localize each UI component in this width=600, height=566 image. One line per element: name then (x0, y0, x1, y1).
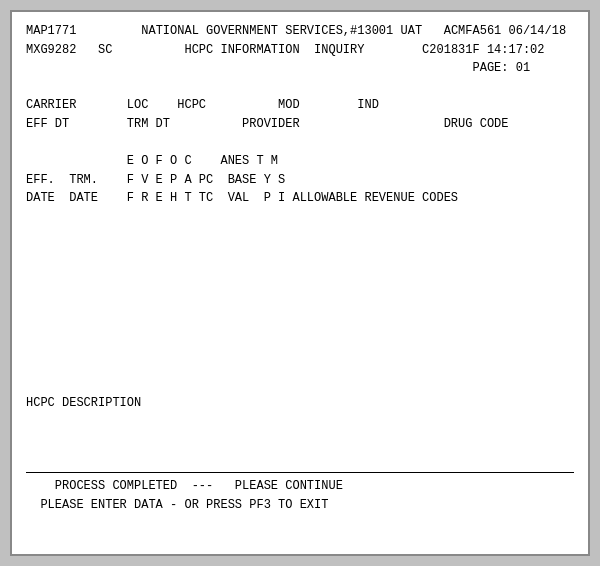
blank-line11 (26, 357, 574, 376)
blank-line14 (26, 431, 574, 450)
subheader-row2: EFF. TRM. F V E P A PC BASE Y S (26, 171, 574, 190)
blank-line15 (26, 450, 574, 469)
blank-line4 (26, 227, 574, 246)
blank-line10 (26, 338, 574, 357)
blank-line5 (26, 245, 574, 264)
col-header-row2: EFF DT TRM DT PROVIDER DRUG CODE (26, 115, 574, 134)
hcpc-description-label: HCPC DESCRIPTION (26, 394, 574, 413)
blank-line1 (26, 78, 574, 97)
blank-line7 (26, 282, 574, 301)
blank-line13 (26, 412, 574, 431)
subheader-row1: E O F O C ANES T M (26, 152, 574, 171)
header-line1: MAP1771 NATIONAL GOVERNMENT SERVICES,#13… (26, 22, 574, 41)
col-header-row1: CARRIER LOC HCPC MOD IND (26, 96, 574, 115)
session-code: C201831F 14:17:02 (422, 43, 544, 57)
blank-line3 (26, 208, 574, 227)
system-name: NATIONAL GOVERNMENT SERVICES,#13001 UAT (141, 24, 422, 38)
footer-line2: PLEASE ENTER DATA - OR PRESS PF3 TO EXIT (26, 496, 574, 515)
divider (26, 472, 574, 473)
terminal-screen: MAP1771 NATIONAL GOVERNMENT SERVICES,#13… (10, 10, 590, 556)
terminal-id: MXG9282 SC (26, 43, 112, 57)
session-id: ACMFA561 06/14/18 (444, 24, 566, 38)
blank-line8 (26, 301, 574, 320)
page-number-line: PAGE: 01 (26, 59, 574, 78)
map-id: MAP1771 (26, 24, 76, 38)
blank-line2 (26, 134, 574, 153)
subheader-row3: DATE DATE F R E H T TC VAL P I ALLOWABLE… (26, 189, 574, 208)
blank-line9 (26, 320, 574, 339)
footer-line1: PROCESS COMPLETED --- PLEASE CONTINUE (26, 477, 574, 496)
blank-line12 (26, 375, 574, 394)
page-number: PAGE: 01 (472, 61, 530, 75)
blank-line6 (26, 264, 574, 283)
header-line2: MXG9282 SC HCPC INFORMATION INQUIRY C201… (26, 41, 574, 60)
inquiry-title: HCPC INFORMATION INQUIRY (184, 43, 364, 57)
